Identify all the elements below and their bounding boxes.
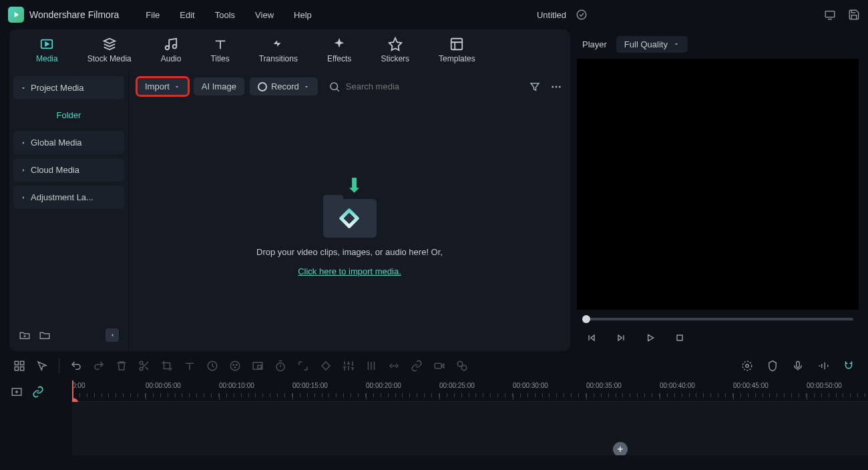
more-icon[interactable] — [550, 81, 562, 93]
color-icon[interactable] — [229, 360, 241, 372]
marker-icon[interactable] — [767, 360, 779, 372]
timeline-toolbar — [0, 351, 868, 381]
menu-help[interactable]: Help — [294, 10, 312, 20]
svg-point-15 — [140, 361, 143, 365]
mic-icon[interactable] — [792, 360, 804, 372]
chevron-right-icon — [20, 140, 27, 146]
media-dropzone[interactable]: ⬇ Drop your video clips, images, or audi… — [129, 102, 570, 351]
seek-thumb[interactable] — [582, 315, 590, 323]
category-tabs: Media Stock Media Audio Titles Transitio… — [9, 29, 570, 71]
search-input[interactable] — [346, 81, 479, 91]
sidebar-adjustment-layers[interactable]: Adjustment La... — [13, 186, 124, 209]
search-icon — [329, 81, 341, 93]
tab-transitions[interactable]: Transitions — [244, 37, 312, 63]
chevron-down-icon — [673, 41, 680, 47]
record-tl-icon[interactable] — [433, 360, 445, 372]
new-folder-icon[interactable] — [19, 329, 31, 341]
display-toggle-icon[interactable] — [824, 9, 836, 21]
next-frame-icon[interactable] — [616, 332, 626, 343]
auto-ripple-icon[interactable] — [32, 386, 44, 398]
sidebar-folder[interactable]: Folder — [13, 103, 124, 127]
undo-icon[interactable] — [70, 360, 82, 372]
tab-stickers[interactable]: Stickers — [366, 37, 424, 63]
cursor-icon[interactable] — [36, 360, 48, 372]
chevron-down-icon — [174, 83, 180, 90]
sidebar-cloud-media[interactable]: Cloud Media — [13, 158, 124, 182]
menu-view[interactable]: View — [255, 10, 274, 20]
menubar: Wondershare Filmora File Edit Tools View… — [0, 0, 868, 29]
filter-icon[interactable] — [529, 81, 541, 93]
redo-icon[interactable] — [93, 360, 105, 372]
detach-icon[interactable] — [388, 360, 400, 372]
add-media-tl-icon[interactable] — [11, 386, 23, 398]
ai-image-button[interactable]: AI Image — [194, 77, 244, 95]
group-icon[interactable] — [456, 360, 468, 372]
svg-rect-23 — [258, 365, 261, 369]
render-icon[interactable] — [741, 360, 753, 372]
svg-rect-13 — [15, 367, 18, 371]
split-icon[interactable] — [138, 360, 150, 372]
stock-media-icon — [102, 37, 117, 51]
magnet-icon[interactable] — [843, 360, 855, 372]
tab-stock-media[interactable]: Stock Media — [73, 37, 146, 63]
timeline-tracks[interactable]: + — [72, 402, 868, 455]
svg-point-7 — [552, 85, 554, 87]
menu-tools[interactable]: Tools — [215, 10, 235, 20]
mixer-icon[interactable] — [365, 360, 377, 372]
svg-point-6 — [331, 83, 338, 90]
folder-icon[interactable] — [39, 329, 51, 341]
pip-icon[interactable] — [252, 360, 264, 372]
layout-icon[interactable] — [13, 360, 25, 372]
expand-icon[interactable] — [297, 360, 309, 372]
titles-icon — [213, 37, 228, 51]
effects-icon — [332, 37, 347, 51]
menu-edit[interactable]: Edit — [180, 10, 194, 20]
add-track-button[interactable]: + — [613, 442, 628, 455]
tab-templates[interactable]: Templates — [424, 37, 490, 63]
svg-point-8 — [556, 85, 558, 87]
adjust-icon[interactable] — [343, 360, 355, 372]
video-preview[interactable] — [577, 59, 859, 310]
play-icon[interactable] — [645, 332, 656, 343]
ruler-segment: 00:00:35:00 — [586, 381, 660, 401]
chevron-right-icon — [20, 194, 27, 201]
stop-icon[interactable] — [674, 332, 685, 343]
speed-icon[interactable] — [206, 360, 218, 372]
svg-point-9 — [559, 85, 561, 87]
text-icon[interactable] — [184, 360, 196, 372]
seek-bar[interactable] — [582, 318, 853, 320]
content-toolbar: Import AI Image Record — [129, 71, 570, 102]
import-button[interactable]: Import — [137, 77, 188, 95]
sidebar-project-media[interactable]: Project Media — [13, 76, 124, 99]
svg-point-27 — [461, 365, 467, 371]
delete-icon[interactable] — [116, 360, 128, 372]
save-icon[interactable] — [848, 9, 860, 21]
link-icon[interactable] — [411, 360, 423, 372]
media-sidebar: Project Media Folder Global Media Cloud … — [9, 71, 128, 351]
quality-selector[interactable]: Full Quality — [616, 36, 688, 53]
tab-media[interactable]: Media — [21, 37, 73, 63]
svg-rect-30 — [797, 361, 800, 367]
templates-icon — [449, 37, 464, 51]
stickers-icon — [388, 37, 403, 51]
import-media-link[interactable]: Click here to import media. — [298, 266, 401, 276]
crop-icon[interactable] — [161, 360, 173, 372]
menu-file[interactable]: File — [146, 10, 160, 20]
collapse-sidebar-button[interactable] — [105, 328, 119, 342]
audio-track-icon[interactable] — [817, 360, 829, 372]
audio-icon — [164, 37, 178, 51]
prev-frame-icon[interactable] — [586, 332, 597, 343]
keyframe-icon[interactable] — [320, 360, 332, 372]
timer-icon[interactable] — [274, 360, 286, 372]
record-button[interactable]: Record — [250, 77, 318, 95]
tab-effects[interactable]: Effects — [312, 37, 366, 63]
chevron-right-icon — [20, 167, 27, 174]
download-arrow-icon: ⬇ — [346, 174, 363, 197]
svg-point-16 — [140, 367, 143, 371]
svg-point-3 — [166, 46, 170, 50]
timeline-ruler[interactable]: 0:0000:00:05:0000:00:10:0000:00:15:0000:… — [72, 381, 868, 402]
tab-audio[interactable]: Audio — [146, 37, 196, 63]
sidebar-global-media[interactable]: Global Media — [13, 131, 124, 154]
tab-titles[interactable]: Titles — [196, 37, 244, 63]
player-label: Player — [582, 39, 607, 49]
